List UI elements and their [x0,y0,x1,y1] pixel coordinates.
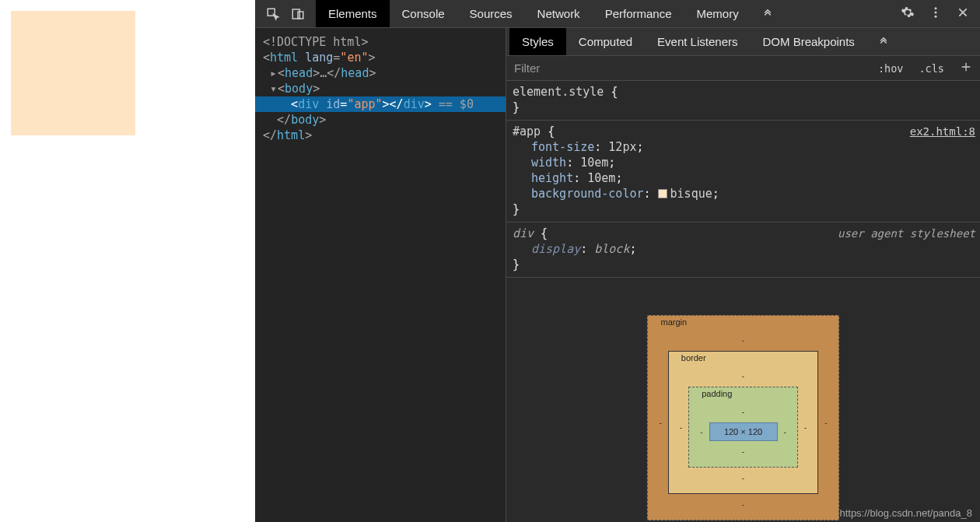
user-agent-rule: user agent stylesheet div { display: blo… [506,222,980,278]
svg-point-3 [935,7,937,9]
rendered-page [0,0,255,522]
subtab-dom-breakpoints[interactable]: DOM Breakpoints [750,28,866,55]
settings-icon[interactable] [901,5,915,22]
rule-source-link[interactable]: ex2.html:8 [910,124,975,139]
hov-toggle[interactable]: :hov [870,62,912,75]
dom-tree[interactable]: <!DOCTYPE html> <html lang="en"> ▸<head>… [255,28,506,522]
doctype-node[interactable]: <!DOCTYPE html> [263,35,368,49]
app-rule[interactable]: ex2.html:8 #app { font-size: 12px; width… [506,121,980,222]
cls-toggle[interactable]: .cls [911,62,952,75]
kebab-icon[interactable] [929,5,943,22]
color-swatch[interactable] [658,189,667,198]
svg-point-5 [935,16,937,18]
tab-network[interactable]: Network [525,0,593,27]
selected-div-node[interactable]: <div id="app"></div> == $0 [255,96,506,112]
html-close-node[interactable]: </html> [255,128,506,143]
content-dimensions: 120 × 120 [709,422,778,441]
border-label: border [681,353,808,363]
devtools-toolbar: Elements Console Sources Network Perform… [255,0,980,28]
subtabs-overflow-icon[interactable] [867,35,900,49]
tabs-overflow-icon[interactable] [751,0,784,27]
head-node[interactable]: ▸<head>…</head> [255,65,506,81]
tab-performance[interactable]: Performance [593,0,684,27]
svg-rect-2 [298,12,303,19]
svg-point-4 [935,12,937,14]
margin-label: margin [660,317,828,327]
new-style-rule-icon[interactable] [952,61,980,75]
html-open-node[interactable]: <html lang="en"> [255,50,506,65]
svg-rect-1 [292,9,299,19]
subtab-styles[interactable]: Styles [509,28,566,55]
device-toggle-icon[interactable] [291,7,305,21]
element-style-rule[interactable]: element.style { } [506,81,980,121]
ua-source-label: user agent stylesheet [838,226,975,241]
box-model-diagram: margin - - border - [506,278,980,522]
tab-console[interactable]: Console [390,0,457,27]
styles-filter-input[interactable] [506,61,870,75]
tab-sources[interactable]: Sources [457,0,525,27]
close-icon[interactable] [957,6,969,21]
app-div[interactable] [11,11,135,135]
devtools-panel: Elements Console Sources Network Perform… [255,0,980,522]
padding-label: padding [702,389,788,398]
subtab-computed[interactable]: Computed [566,28,645,55]
tab-memory[interactable]: Memory [684,0,751,27]
inspect-icon[interactable] [266,7,280,21]
body-open-node[interactable]: ▾<body> [255,81,506,96]
subtab-event-listeners[interactable]: Event Listeners [645,28,750,55]
tab-elements[interactable]: Elements [316,0,390,27]
styles-pane: Styles Computed Event Listeners DOM Brea… [506,28,980,522]
body-close-node[interactable]: </body> [255,112,506,128]
watermark-text: https://blog.csdn.net/panda_8 [839,507,972,519]
